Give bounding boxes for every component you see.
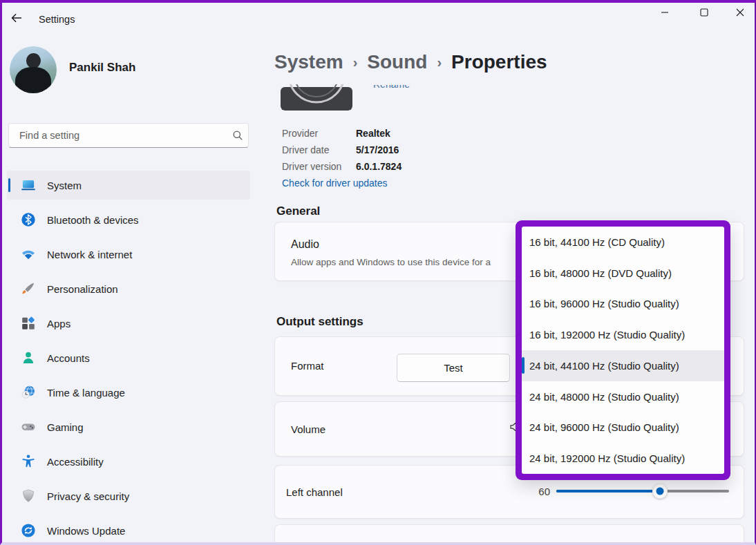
speaker-device-image: [281, 84, 352, 111]
page-title: Properties: [451, 51, 547, 73]
sidebar-item-label: Gaming: [47, 421, 84, 433]
titlebar: Settings: [0, 0, 756, 39]
system-icon: [21, 178, 36, 193]
user-avatar[interactable]: [10, 46, 57, 93]
maximize-button[interactable]: [690, 3, 718, 23]
left-channel-slider[interactable]: [556, 484, 729, 499]
dropdown-item[interactable]: 16 bit, 96000 Hz (Studio Quality): [522, 289, 724, 320]
bluetooth-icon: [21, 212, 36, 227]
volume-label: Volume: [291, 423, 325, 435]
sidebar-item-accounts[interactable]: Accounts: [7, 343, 250, 372]
property-label: Driver version: [282, 161, 356, 172]
property-label: Driver date: [282, 144, 356, 155]
sidebar-item-apps[interactable]: Apps: [7, 309, 250, 338]
chevron-right-icon: ›: [437, 55, 442, 70]
dropdown-item[interactable]: 24 bit, 192000 Hz (Studio Quality): [522, 443, 724, 474]
format-dropdown-list: 16 bit, 44100 Hz (CD Quality) 16 bit, 48…: [522, 227, 724, 474]
minimize-icon: [661, 7, 669, 19]
dropdown-item[interactable]: 16 bit, 192000 Hz (Studio Quality): [522, 319, 724, 350]
dropdown-item[interactable]: 24 bit, 44100 Hz (Studio Quality): [522, 350, 724, 381]
device-property-row: Provider Realtek: [282, 128, 390, 139]
time-language-icon: [21, 385, 36, 400]
user-name: Pankil Shah: [69, 61, 135, 75]
dropdown-item[interactable]: 24 bit, 48000 Hz (Studio Quality): [522, 381, 724, 412]
device-property-row: Driver version 6.0.1.7824: [282, 161, 401, 172]
search-icon[interactable]: [227, 130, 248, 141]
general-header: General: [276, 204, 320, 218]
annotation-highlight-box: 16 bit, 44100 Hz (CD Quality) 16 bit, 48…: [516, 220, 730, 480]
dropdown-item[interactable]: 24 bit, 96000 Hz (Studio Quality): [522, 412, 724, 443]
sidebar-item-label: Privacy & security: [47, 490, 129, 502]
sidebar-item-network-internet[interactable]: Network & internet: [7, 240, 250, 269]
chevron-right-icon: ›: [353, 55, 358, 70]
window-title: Settings: [39, 14, 75, 25]
sidebar-item-label: Accounts: [47, 352, 90, 364]
slider-fill: [556, 490, 660, 493]
sidebar-item-label: Time & language: [47, 387, 125, 399]
sidebar-item-label: Bluetooth & devices: [47, 214, 139, 226]
property-value: 6.0.1.7824: [356, 161, 401, 172]
device-property-row: Driver date 5/17/2016: [282, 144, 399, 155]
rename-link[interactable]: Rename: [373, 85, 428, 94]
sidebar-item-system[interactable]: System: [7, 171, 250, 200]
breadcrumb-system[interactable]: System: [274, 51, 343, 73]
sidebar-item-label: Apps: [47, 318, 70, 329]
dropdown-item[interactable]: 16 bit, 44100 Hz (CD Quality): [522, 227, 724, 258]
sidebar-item-label: Network & internet: [47, 249, 132, 260]
breadcrumb: System › Sound › Properties: [274, 51, 547, 73]
personalization-icon: [21, 281, 36, 296]
sidebar-item-time-language[interactable]: Time & language: [7, 378, 250, 407]
sidebar-item-personalization[interactable]: Personalization: [7, 274, 250, 303]
accessibility-icon: [21, 454, 36, 469]
sidebar-item-accessibility[interactable]: Accessibility: [7, 447, 250, 476]
network-icon: [21, 247, 36, 262]
format-label: Format: [291, 360, 324, 372]
privacy-security-icon: [21, 488, 36, 504]
close-button[interactable]: [726, 3, 754, 23]
output-settings-header: Output settings: [276, 315, 363, 329]
property-value: Realtek: [356, 128, 390, 139]
back-arrow-icon: [10, 11, 23, 28]
sidebar-item-bluetooth-devices[interactable]: Bluetooth & devices: [7, 205, 250, 234]
sidebar-nav: System Bluetooth & devices Network & int…: [7, 171, 250, 545]
back-button[interactable]: [6, 9, 28, 30]
breadcrumb-sound[interactable]: Sound: [367, 51, 427, 73]
close-icon: [736, 7, 744, 19]
property-label: Provider: [282, 128, 356, 139]
search-input[interactable]: [18, 129, 227, 142]
left-channel-slider-group: 60: [532, 484, 729, 499]
sidebar-item-label: Windows Update: [47, 525, 125, 537]
sidebar-item-privacy-security[interactable]: Privacy & security: [7, 481, 250, 510]
slider-knob[interactable]: [652, 484, 668, 499]
check-driver-updates-link[interactable]: Check for driver updates: [282, 178, 388, 189]
left-channel-label: Left channel: [286, 486, 343, 498]
next-settings-card: [274, 524, 744, 545]
maximize-icon: [700, 7, 708, 19]
sidebar-item-label: Personalization: [47, 283, 118, 295]
avatar-photo: [26, 53, 41, 68]
accounts-icon: [21, 350, 36, 365]
minimize-button[interactable]: [651, 3, 679, 23]
dropdown-item[interactable]: 16 bit, 48000 Hz (DVD Quality): [522, 258, 724, 289]
test-button[interactable]: Test: [397, 354, 510, 382]
apps-icon: [21, 316, 36, 331]
sidebar-item-label: Accessibility: [47, 456, 104, 468]
gaming-icon: [21, 419, 36, 434]
audio-title: Audio: [291, 238, 319, 251]
property-value: 5/17/2016: [356, 144, 399, 155]
sidebar-item-gaming[interactable]: Gaming: [7, 412, 250, 441]
sidebar-item-label: System: [47, 180, 82, 191]
search-box[interactable]: [8, 123, 249, 148]
slider-value: 60: [532, 486, 550, 497]
windows-update-icon: [21, 523, 36, 538]
sidebar-item-windows-update[interactable]: Windows Update: [7, 516, 250, 545]
